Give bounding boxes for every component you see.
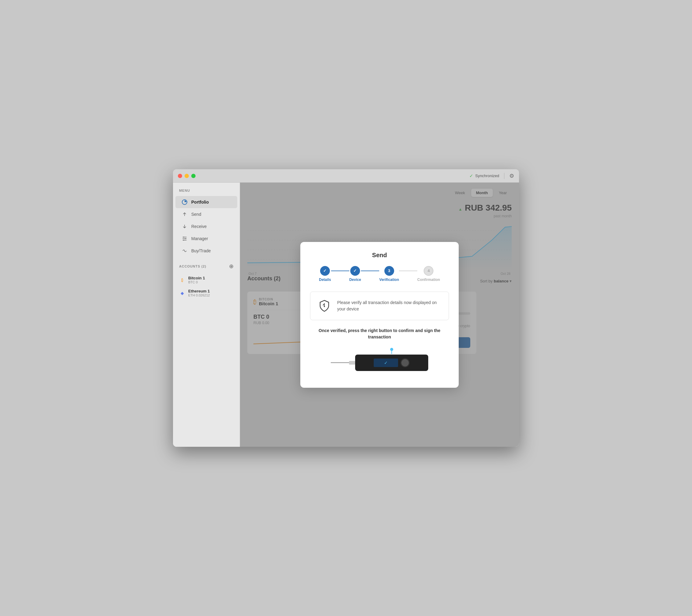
maximize-button[interactable] bbox=[191, 174, 195, 178]
sidebar-item-send-label: Send bbox=[191, 212, 201, 217]
send-modal: Send ✓ Details ✓ Device bbox=[300, 242, 459, 388]
modal-overlay: Send ✓ Details ✓ Device bbox=[240, 183, 519, 447]
step-line-2 bbox=[361, 270, 379, 271]
bitcoin-account-name: Bitcoin 1 bbox=[188, 276, 205, 280]
step-confirmation-circle: 4 bbox=[424, 266, 434, 276]
step-verification: 3 Verification bbox=[379, 266, 399, 282]
svg-point-1 bbox=[183, 237, 184, 238]
cable-connector bbox=[349, 361, 355, 365]
minimize-button[interactable] bbox=[185, 174, 189, 178]
sidebar: MENU Portfolio Send bbox=[173, 183, 240, 447]
menu-label: MENU bbox=[173, 189, 240, 196]
sync-status: ✓ Synchronized bbox=[469, 173, 499, 179]
ethereum-account-name: Ethereum 1 bbox=[188, 289, 210, 293]
device-illustration: ✓ bbox=[310, 348, 449, 378]
ledger-check-icon: ✓ bbox=[384, 360, 388, 365]
ethereum-icon: ◆ bbox=[179, 290, 185, 296]
step-line-1 bbox=[331, 270, 349, 271]
device-instruction: Once verified, press the right button to… bbox=[310, 328, 449, 340]
device-dot bbox=[390, 348, 393, 351]
bitcoin-icon: ₿ bbox=[179, 277, 185, 283]
main-content: Send ✓ Details ✓ Device bbox=[240, 183, 519, 447]
accounts-section-header: ACCOUNTS (2) ⊕ bbox=[173, 263, 240, 273]
modal-title: Send bbox=[310, 252, 449, 259]
accounts-label: ACCOUNTS (2) bbox=[179, 264, 206, 268]
portfolio-icon bbox=[182, 199, 188, 205]
svg-point-2 bbox=[185, 238, 186, 239]
step-device: ✓ Device bbox=[349, 266, 361, 282]
ethereum-account-balance: ETH 0.026212 bbox=[188, 293, 210, 297]
usb-cable bbox=[331, 361, 355, 365]
ledger-device: ✓ bbox=[355, 355, 428, 371]
shield-icon bbox=[316, 298, 332, 314]
step-device-label: Device bbox=[349, 278, 361, 282]
step-verification-circle: 3 bbox=[384, 266, 394, 276]
sidebar-item-portfolio[interactable]: Portfolio bbox=[175, 196, 237, 208]
sync-label: Synchronized bbox=[475, 174, 499, 178]
step-device-circle: ✓ bbox=[350, 266, 360, 276]
sidebar-item-buytrade-label: Buy/Trade bbox=[191, 248, 211, 253]
account-item-bitcoin[interactable]: ₿ Bitcoin 1 BTC 0 bbox=[173, 273, 240, 286]
ledger-right-button bbox=[400, 358, 410, 367]
app-body: MENU Portfolio Send bbox=[173, 183, 519, 447]
sidebar-item-receive[interactable]: Receive bbox=[175, 220, 237, 233]
sidebar-item-portfolio-label: Portfolio bbox=[191, 200, 209, 204]
cable-line bbox=[331, 362, 349, 363]
step-line-3 bbox=[399, 270, 417, 271]
stepper: ✓ Details ✓ Device 3 Verification bbox=[310, 266, 449, 282]
sidebar-item-buytrade[interactable]: Buy/Trade bbox=[175, 245, 237, 257]
sidebar-item-receive-label: Receive bbox=[191, 224, 207, 229]
ledger-screen: ✓ bbox=[374, 358, 398, 367]
step-verification-label: Verification bbox=[379, 278, 399, 282]
send-icon bbox=[182, 211, 188, 217]
step-confirmation-label: Confirmation bbox=[417, 278, 440, 282]
sync-icon: ✓ bbox=[469, 173, 473, 179]
add-account-icon[interactable]: ⊕ bbox=[229, 263, 234, 270]
divider bbox=[504, 173, 504, 179]
step-confirmation: 4 Confirmation bbox=[417, 266, 440, 282]
title-bar-right: ✓ Synchronized ⚙ bbox=[469, 173, 514, 179]
verify-text: Please verify all transaction details no… bbox=[337, 300, 443, 312]
buytrade-icon bbox=[182, 248, 188, 254]
account-item-ethereum[interactable]: ◆ Ethereum 1 ETH 0.026212 bbox=[173, 286, 240, 300]
svg-point-3 bbox=[183, 240, 184, 241]
verify-box: Please verify all transaction details no… bbox=[310, 291, 449, 320]
ledger-device-wrap: ✓ bbox=[355, 355, 428, 371]
sidebar-item-manager-label: Manager bbox=[191, 236, 208, 241]
step-details-label: Details bbox=[319, 278, 331, 282]
receive-icon bbox=[182, 223, 188, 229]
settings-icon[interactable]: ⚙ bbox=[509, 173, 514, 179]
step-details-circle: ✓ bbox=[320, 266, 330, 276]
sidebar-item-manager[interactable]: Manager bbox=[175, 233, 237, 245]
app-window: ✓ Synchronized ⚙ MENU Portfolio bbox=[173, 169, 519, 447]
bitcoin-account-balance: BTC 0 bbox=[188, 280, 205, 284]
step-details: ✓ Details bbox=[319, 266, 331, 282]
manager-icon bbox=[182, 236, 188, 242]
title-bar: ✓ Synchronized ⚙ bbox=[173, 169, 519, 183]
close-button[interactable] bbox=[178, 174, 182, 178]
sidebar-item-send[interactable]: Send bbox=[175, 208, 237, 220]
window-controls bbox=[178, 174, 195, 178]
